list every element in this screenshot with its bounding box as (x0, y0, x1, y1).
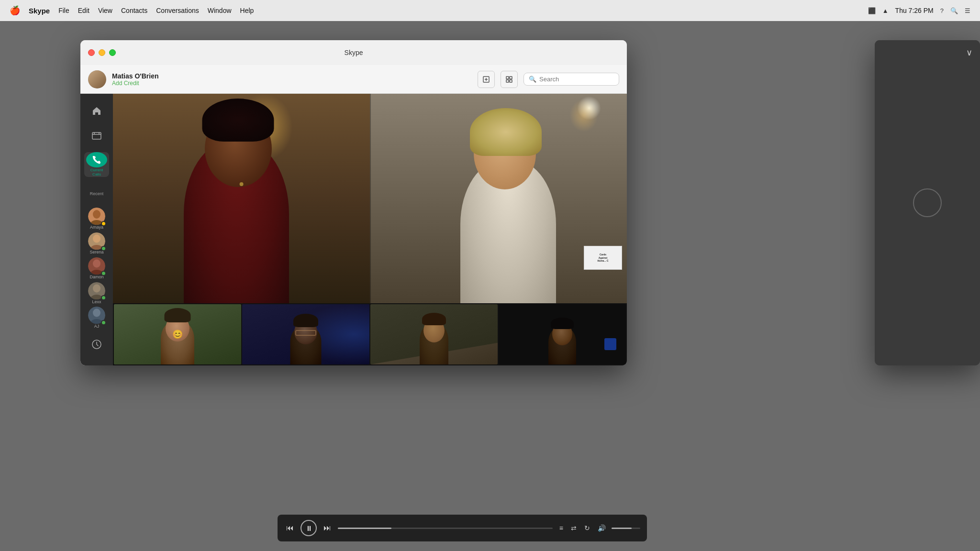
wifi-icon: ▲ (882, 7, 889, 14)
recent-label: Recent (90, 191, 104, 196)
thumbnail-1[interactable]: 😊 (114, 304, 241, 364)
system-time: Thu 7:26 PM (895, 7, 934, 14)
title-bar: Skype (80, 40, 627, 65)
avatar (88, 70, 106, 88)
svg-rect-5 (92, 132, 101, 139)
shuffle-icon[interactable]: ⇄ (569, 522, 579, 534)
panel-circle (913, 188, 942, 217)
pause-button[interactable]: ⏸ (301, 520, 317, 536)
toolbar: Matias O'Brien Add Credit 🔍 (80, 65, 627, 94)
status-dot-aj (101, 320, 106, 325)
menu-file[interactable]: File (58, 7, 69, 14)
sidebar-item-lexx[interactable]: Lexx (84, 282, 109, 305)
volume-bar[interactable] (612, 528, 640, 529)
svg-rect-4 (510, 80, 512, 82)
menu-view[interactable]: View (98, 7, 112, 14)
prev-track-button[interactable]: ⏮ (284, 522, 296, 534)
menu-contacts[interactable]: Contacts (121, 7, 147, 14)
progress-bar[interactable] (338, 528, 553, 529)
sidebar-item-aj[interactable]: AJ (84, 306, 109, 329)
chevron-down-icon[interactable]: ∨ (966, 47, 972, 58)
svg-rect-2 (510, 77, 512, 79)
sidebar-item-home[interactable] (84, 99, 109, 122)
list-icon[interactable]: ≡ (557, 522, 565, 534)
svg-rect-3 (506, 80, 509, 82)
menu-conversations[interactable]: Conversations (156, 7, 199, 14)
status-dot-lexx (101, 295, 106, 300)
call-icon (86, 152, 107, 167)
menubar-right: ⬛ ▲ Thu 7:26 PM ? 🔍 ☰ (868, 7, 970, 14)
grid-button[interactable] (501, 71, 518, 88)
menubar: 🍎 Skype File Edit View Contacts Conversa… (0, 0, 980, 21)
window-title: Skype (345, 49, 363, 56)
sidebar-item-damon[interactable]: Damon (84, 257, 109, 280)
sidebar-name-aj: AJ (94, 324, 100, 329)
minimize-button[interactable] (99, 49, 105, 56)
sidebar-item-contacts[interactable] (84, 124, 109, 147)
right-panel: ∨ (875, 40, 980, 365)
svg-point-19 (93, 284, 100, 292)
thumbnail-strip: 😊 (113, 303, 627, 365)
search-icon: 🔍 (529, 76, 536, 83)
traffic-lights (88, 49, 116, 56)
username: Matias O'Brien (112, 72, 158, 80)
user-info: Matias O'Brien Add Credit (112, 72, 158, 87)
svg-rect-1 (506, 77, 509, 79)
thumbnail-2[interactable] (242, 304, 369, 364)
menu-help[interactable]: Help (240, 7, 254, 14)
repeat-icon[interactable]: ↻ (582, 522, 592, 534)
media-player: ⏮ ⏸ ⏭ ≡ ⇄ ↻ 🔊 (278, 515, 647, 541)
main-video: CardsAgainstHuma... C (113, 94, 627, 303)
media-icons-right: ≡ ⇄ ↻ 🔊 (557, 522, 640, 534)
thumbnail-4[interactable] (499, 304, 626, 364)
fullscreen-button[interactable] (109, 49, 116, 56)
svg-point-10 (93, 210, 100, 219)
menu-edit[interactable]: Edit (78, 7, 89, 14)
participant-right: CardsAgainstHuma... C (370, 94, 627, 303)
sidebar-name-amaya: Amaya (90, 225, 103, 230)
notification-icon[interactable]: ☰ (965, 7, 970, 14)
next-track-button[interactable]: ⏭ (322, 522, 333, 534)
search-icon[interactable]: 🔍 (950, 7, 958, 14)
close-button[interactable] (88, 49, 95, 56)
video-area: CardsAgainstHuma... C (113, 94, 627, 365)
menu-window[interactable]: Window (208, 7, 232, 14)
current-calls-label: CurrentCalls (90, 168, 103, 177)
volume-fill (612, 528, 632, 529)
desktop: Skype Matias O'Brien Add Credit (0, 21, 980, 551)
participant-left (113, 94, 370, 303)
app-name[interactable]: Skype (29, 7, 50, 15)
status-dot-amaya (101, 221, 106, 226)
svg-point-16 (93, 259, 100, 267)
search-box[interactable]: 🔍 (523, 73, 619, 86)
main-layout: CurrentCalls Recent (80, 94, 627, 365)
sidebar-name-lexx: Lexx (92, 299, 101, 304)
search-input[interactable] (539, 76, 614, 83)
airplay-icon: ⬛ (868, 7, 876, 14)
right-panel-header: ∨ (875, 40, 980, 65)
sidebar-item-serena[interactable]: Serena (84, 232, 109, 255)
svg-point-13 (93, 235, 100, 243)
compose-button[interactable] (478, 71, 495, 88)
progress-fill (338, 528, 391, 529)
volume-icon[interactable]: 🔊 (596, 522, 608, 534)
help-icon: ? (940, 7, 944, 14)
svg-point-22 (93, 309, 100, 317)
add-credit-link[interactable]: Add Credit (112, 80, 158, 87)
status-dot-serena (101, 246, 106, 251)
pause-icon: ⏸ (305, 524, 312, 532)
sidebar-item-current-calls[interactable]: CurrentCalls (84, 152, 109, 177)
thumbnail-3[interactable] (370, 304, 498, 364)
status-dot-damon (101, 271, 106, 276)
sidebar-section-recent: Recent (84, 183, 109, 206)
sidebar: CurrentCalls Recent (80, 94, 113, 365)
sidebar-item-amaya[interactable]: Amaya (84, 207, 109, 230)
sidebar-item-history[interactable] (84, 333, 109, 356)
apple-menu[interactable]: 🍎 (10, 5, 20, 16)
skype-window: Skype Matias O'Brien Add Credit (80, 40, 627, 365)
